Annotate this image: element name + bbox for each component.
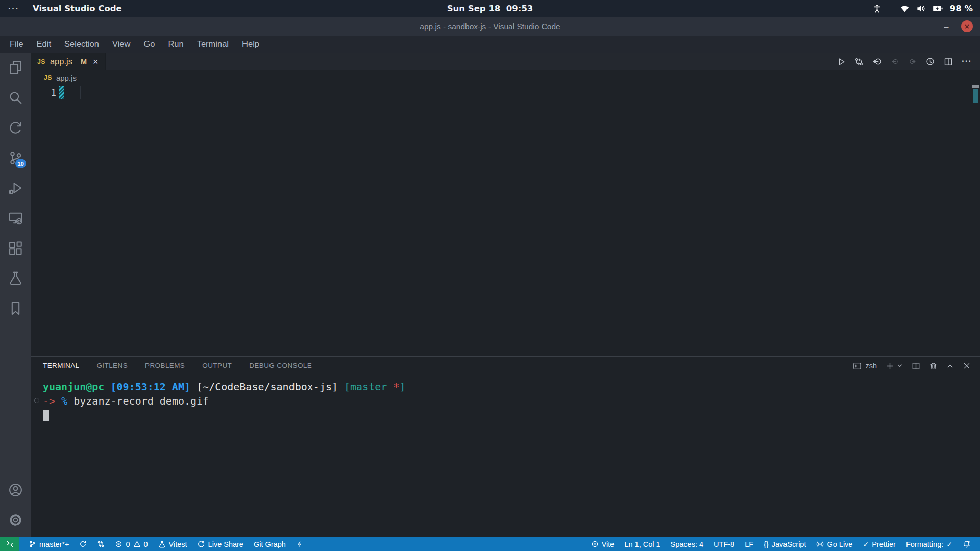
command-decoration-circle-icon[interactable] [34, 398, 39, 403]
activity-gitlens[interactable] [0, 113, 31, 143]
run-debug-icon [8, 181, 23, 195]
status-eol[interactable]: LF [740, 537, 758, 551]
bell-icon [963, 540, 971, 548]
file-history-icon[interactable] [925, 57, 935, 66]
panel-tab-debug-console[interactable]: DEBUG CONSOLE [249, 357, 312, 374]
status-indentation[interactable]: Spaces: 4 [666, 537, 709, 551]
beaker-icon [8, 271, 23, 286]
terminal-prompt-line: yuanjun@pc [09:53:12 AM] [~/CodeBase/san… [43, 380, 980, 394]
panel-tab-problems[interactable]: PROBLEMS [145, 357, 185, 374]
status-vitest[interactable]: Vitest [153, 537, 192, 551]
panel-tab-gitlens[interactable]: GITLENS [96, 357, 128, 374]
status-compare-changes[interactable] [92, 537, 110, 551]
menu-edit[interactable]: Edit [30, 37, 58, 51]
status-formatting[interactable]: Formatting: ✓ [901, 537, 958, 551]
run-file-icon[interactable] [837, 57, 846, 66]
terminal-git-dirty-star: * [393, 381, 399, 393]
menu-selection[interactable]: Selection [58, 37, 106, 51]
panel-tab-terminal[interactable]: TERMINAL [43, 357, 79, 374]
terminal-git-branch: [master [338, 381, 393, 393]
minimize-button[interactable]: – [944, 22, 949, 31]
tab-app-js[interactable]: JS app.js M × [31, 53, 106, 70]
next-change-icon[interactable] [908, 57, 917, 66]
system-menu-dots-icon[interactable]: ··· [8, 6, 19, 11]
terminal-command: byzanz-record demo.gif [74, 395, 209, 407]
more-actions-icon[interactable]: ··· [962, 59, 972, 64]
activity-bookmarks[interactable] [0, 293, 31, 323]
previous-change-icon[interactable] [891, 57, 899, 66]
breadcrumb-file[interactable]: app.js [56, 73, 77, 82]
breadcrumb[interactable]: JS app.js [31, 70, 980, 85]
menu-help[interactable]: Help [235, 37, 266, 51]
status-git-branch[interactable]: master*+ [23, 537, 74, 551]
branch-label: master*+ [39, 540, 69, 548]
activity-source-control[interactable]: 10 [0, 143, 31, 173]
status-notifications[interactable] [958, 537, 976, 551]
overview-ruler[interactable] [971, 85, 980, 356]
battery-percent: 98 % [950, 4, 973, 13]
system-clock[interactable]: Sun Sep 18 09:53 [447, 4, 533, 13]
terminal-output[interactable]: yuanjun@pc [09:53:12 AM] [~/CodeBase/san… [31, 375, 980, 537]
open-changes-icon[interactable] [854, 57, 864, 66]
status-encoding[interactable]: UTF-8 [708, 537, 740, 551]
remote-indicator[interactable] [0, 537, 19, 551]
panel-tab-output[interactable]: OUTPUT [202, 357, 232, 374]
status-problems[interactable]: 0 0 [110, 537, 153, 551]
system-tray[interactable]: 98 % [872, 4, 980, 13]
menu-file[interactable]: File [3, 37, 30, 51]
tab-close-icon[interactable]: × [93, 57, 99, 66]
menu-terminal[interactable]: Terminal [190, 37, 235, 51]
formatting-label: Formatting: [906, 540, 943, 548]
activity-run-debug[interactable] [0, 173, 31, 203]
activity-extensions[interactable] [0, 233, 31, 263]
status-live-share[interactable]: Live Share [192, 537, 249, 551]
overview-modified-mark [973, 89, 978, 103]
files-icon [8, 60, 23, 75]
chevron-down-icon[interactable] [897, 363, 903, 369]
split-editor-icon[interactable] [944, 57, 953, 66]
open-previous-revision-icon[interactable] [872, 57, 882, 66]
wifi-icon [900, 4, 910, 13]
status-sync[interactable] [74, 537, 92, 551]
menu-view[interactable]: View [106, 37, 137, 51]
activity-search[interactable] [0, 83, 31, 113]
desktop: ··· Visual Studio Code Sun Sep 18 09:53 … [0, 0, 980, 551]
remote-explorer-icon [8, 211, 23, 226]
code-editor[interactable]: 1 [31, 85, 980, 356]
panel-header: TERMINAL GITLENS PROBLEMS OUTPUT DEBUG C… [31, 357, 980, 375]
menu-run[interactable]: Run [161, 37, 190, 51]
maximize-panel-chevron-up-icon[interactable] [946, 362, 954, 370]
git-graph-label: Git Graph [254, 540, 286, 548]
activity-explorer[interactable] [0, 53, 31, 83]
accounts-button[interactable] [0, 475, 31, 505]
terminal-block-cursor [43, 410, 49, 421]
split-terminal-icon[interactable] [912, 362, 920, 370]
status-lightning[interactable] [291, 537, 308, 551]
status-prettier[interactable]: ✓ Prettier [857, 537, 900, 551]
status-language[interactable]: {} JavaScript [758, 537, 811, 551]
activity-remote-explorer[interactable] [0, 203, 31, 233]
status-git-graph[interactable]: Git Graph [249, 537, 291, 551]
status-cursor-position[interactable]: Ln 1, Col 1 [619, 537, 665, 551]
close-button[interactable]: × [961, 20, 973, 32]
branch-icon [29, 540, 36, 548]
accessibility-icon [872, 4, 882, 13]
settings-button[interactable] [0, 505, 31, 535]
error-icon [115, 540, 122, 548]
focused-app-name[interactable]: Visual Studio Code [33, 4, 122, 13]
menu-go[interactable]: Go [137, 37, 161, 51]
remote-icon [6, 540, 14, 548]
new-terminal-icon[interactable] [886, 362, 894, 370]
close-panel-icon[interactable] [963, 362, 971, 370]
terminal-cwd: [~/CodeBase/sandbox-js] [190, 381, 338, 393]
prompt-percent: % [61, 395, 74, 407]
bookmark-icon [8, 301, 23, 316]
battery-charging-icon [933, 4, 943, 13]
status-vite[interactable]: Vite [586, 537, 620, 551]
status-go-live[interactable]: Go Live [811, 537, 857, 551]
window-title-bar[interactable]: app.js - sandbox-js - Visual Studio Code… [0, 17, 980, 36]
status-bar: master*+ 0 [0, 537, 980, 551]
terminal-shell-selector[interactable]: zsh [853, 362, 877, 370]
kill-terminal-trash-icon[interactable] [929, 362, 938, 370]
activity-testing[interactable] [0, 263, 31, 293]
